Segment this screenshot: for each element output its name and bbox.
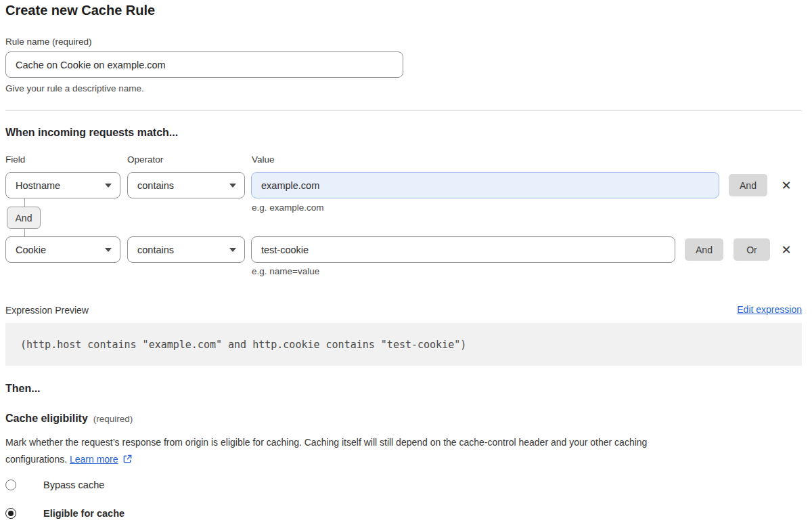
expression-code-block: (http.host contains "example.com" and ht… <box>5 323 802 366</box>
row2-field-selected-value: Cookie <box>16 245 46 255</box>
row1-value-hint: e.g. example.com <box>252 203 324 213</box>
radio-option-eligible[interactable]: Eligible for cache <box>0 508 125 519</box>
row2-operator-select[interactable]: contains <box>127 236 245 263</box>
row1-field-selected-value: Hostname <box>16 180 60 191</box>
match-section-heading: When incoming requests match... <box>5 127 178 139</box>
radio-label-bypass: Bypass cache <box>43 480 104 490</box>
expression-preview-label: Expression Preview <box>5 305 89 316</box>
cache-eligibility-heading-row: Cache eligibility(required) <box>5 412 133 425</box>
row2-value-hint: e.g. name=value <box>252 266 319 276</box>
chevron-down-icon <box>229 184 236 188</box>
description-line1: Mark whether the request’s response from… <box>5 437 647 448</box>
rule-name-help: Give your rule a descriptive name. <box>5 83 144 93</box>
page-title: Create new Cache Rule <box>5 3 155 18</box>
expression-code: (http.host contains "example.com" and ht… <box>20 339 466 351</box>
row1-and-button[interactable]: And <box>729 174 767 196</box>
learn-more-link[interactable]: Learn more <box>70 454 118 465</box>
chevron-down-icon <box>105 248 112 252</box>
row2-field-select[interactable]: Cookie <box>5 236 120 263</box>
connector-line-bottom <box>24 229 25 236</box>
description-line2: configurations. <box>5 454 67 465</box>
rule-name-input[interactable]: Cache on Cookie on example.com <box>5 51 403 78</box>
close-icon: ✕ <box>781 242 791 257</box>
row1-operator-selected-value: contains <box>137 180 174 191</box>
radio-unselected-icon[interactable] <box>5 480 16 490</box>
row2-and-button[interactable]: And <box>685 238 723 261</box>
radio-label-eligible: Eligible for cache <box>43 508 125 519</box>
row1-remove-button[interactable]: ✕ <box>778 177 794 194</box>
then-heading: Then... <box>5 383 41 395</box>
row2-value-input[interactable]: test-cookie <box>251 236 675 263</box>
external-link-icon <box>122 452 133 469</box>
radio-selected-icon[interactable] <box>5 508 16 519</box>
column-label-operator: Operator <box>127 154 163 165</box>
row1-operator-select[interactable]: contains <box>127 172 245 198</box>
row2-or-button[interactable]: Or <box>734 238 770 261</box>
row1-value-input[interactable]: example.com <box>251 172 719 198</box>
column-label-value: Value <box>252 154 275 165</box>
connector-line-top <box>24 198 25 207</box>
chevron-down-icon <box>105 184 112 188</box>
close-icon: ✕ <box>781 178 791 193</box>
connector-and-button[interactable]: And <box>7 207 41 229</box>
row2-operator-selected-value: contains <box>137 245 174 255</box>
radio-option-bypass[interactable]: Bypass cache <box>0 480 104 490</box>
section-divider <box>5 110 802 111</box>
cache-eligibility-description: Mark whether the request’s response from… <box>5 434 804 469</box>
required-note: (required) <box>93 414 133 424</box>
cache-eligibility-heading: Cache eligibility <box>5 412 88 424</box>
column-label-field: Field <box>5 154 25 165</box>
row2-remove-button[interactable]: ✕ <box>778 242 794 258</box>
rule-name-label: Rule name (required) <box>5 37 92 47</box>
edit-expression-link[interactable]: Edit expression <box>737 304 802 315</box>
chevron-down-icon <box>229 248 236 252</box>
row1-field-select[interactable]: Hostname <box>5 172 120 198</box>
